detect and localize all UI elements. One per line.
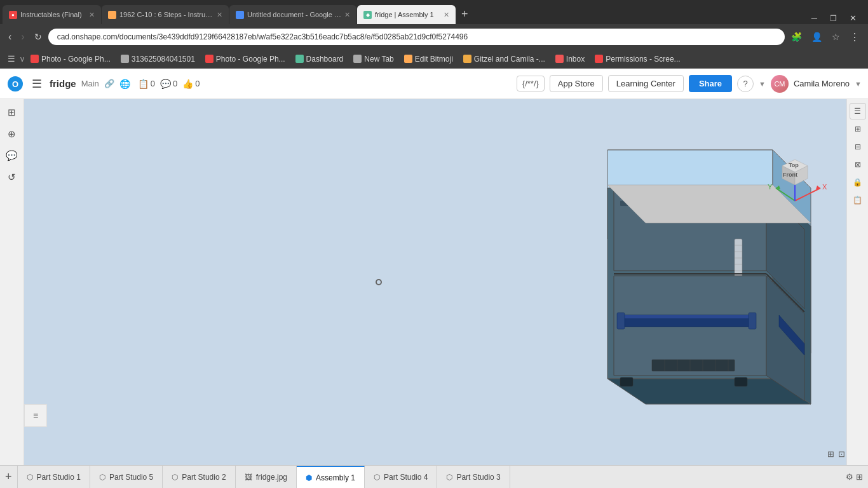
new-tab-button[interactable]: + bbox=[456, 8, 473, 21]
bookmarks-bar: ☰ v Photo - Google Ph... 313625084041501… bbox=[0, 50, 868, 69]
tab-title-2: 1962 C-10 : 6 Steps - Instructable... bbox=[119, 11, 214, 18]
tab-favicon-4: ◆ bbox=[363, 11, 372, 19]
orientation-widget[interactable]: X Y Z Top Front bbox=[760, 137, 830, 220]
user-name[interactable]: Camila Moreno bbox=[794, 79, 850, 88]
hamburger-menu[interactable]: ☰ bbox=[29, 76, 44, 92]
bookmark-8[interactable]: Inbox bbox=[552, 53, 588, 65]
sidebar-icon-history[interactable]: ↺ bbox=[3, 168, 22, 187]
bottom-right-icons: ⊞ ⊡ bbox=[827, 449, 845, 459]
right-panel-icons: ☰ ⊞ ⊟ ⊠ 🔒 📋 bbox=[846, 99, 868, 465]
tab-close-2[interactable]: ✕ bbox=[217, 11, 222, 19]
minimize-button[interactable]: ─ bbox=[805, 12, 824, 24]
bookmark-4[interactable]: Dashboard bbox=[292, 53, 348, 65]
bottom-left-panel: ≡ bbox=[24, 404, 47, 427]
browser-tab-2[interactable]: 1962 C-10 : 6 Steps - Instructable... ✕ bbox=[102, 5, 229, 24]
bottom-tab-asm1[interactable]: ⬢ Assembly 1 bbox=[297, 466, 365, 488]
reload-button[interactable]: ↻ bbox=[31, 30, 45, 43]
onshape-logo: O bbox=[6, 75, 24, 93]
address-input[interactable] bbox=[48, 29, 785, 45]
tab-add-button[interactable]: + bbox=[0, 466, 18, 488]
grid-icon-button[interactable]: ⊞ bbox=[827, 449, 834, 459]
svg-text:Top: Top bbox=[789, 162, 799, 168]
tab-title-1: Instructables (Final) bbox=[20, 11, 82, 18]
browser-tab-1[interactable]: ● Instructables (Final) ✕ bbox=[3, 5, 101, 24]
svg-rect-8 bbox=[620, 377, 633, 386]
doc-link-button[interactable]: 🔗 bbox=[104, 79, 114, 88]
bookmark-star[interactable]: ☆ bbox=[829, 30, 843, 43]
list-panel-button[interactable]: ≡ bbox=[33, 410, 38, 421]
bookmark-2[interactable]: 313625084041501 bbox=[117, 53, 199, 65]
tab-close-1[interactable]: ✕ bbox=[89, 11, 95, 19]
likes-counter: 👍 0 bbox=[182, 79, 200, 89]
sidebar-icon-comment[interactable]: 💬 bbox=[3, 146, 22, 165]
bottom-tab-ps1[interactable]: ⬡ Part Studio 1 bbox=[18, 466, 90, 488]
chrome-menu-button[interactable]: ⋮ bbox=[846, 30, 863, 44]
rp-properties-button[interactable]: ☰ bbox=[850, 103, 866, 119]
tab-fridge-jpg-icon: 🖼 bbox=[245, 473, 252, 482]
bottom-tab-ps4[interactable]: ⬡ Part Studio 4 bbox=[365, 466, 437, 488]
tab-settings-icon[interactable]: ⚙ bbox=[846, 472, 853, 482]
rp-view-button[interactable]: ⊟ bbox=[850, 139, 866, 155]
help-button[interactable]: ? bbox=[737, 76, 754, 92]
browser-tab-4[interactable]: ◆ fridge | Assembly 1 ✕ bbox=[357, 5, 456, 24]
viewport-center-dot bbox=[376, 279, 382, 285]
window-controls: ─ ❐ ✕ bbox=[803, 12, 865, 24]
bookmark-5[interactable]: New Tab bbox=[349, 53, 397, 65]
comments-counter: 💬 0 bbox=[160, 79, 177, 89]
tab-favicon-3 bbox=[236, 11, 244, 19]
rp-section-button[interactable]: ⊠ bbox=[850, 156, 866, 173]
display-icon-button[interactable]: ⊡ bbox=[838, 449, 845, 459]
learning-center-button[interactable]: Learning Center bbox=[608, 75, 684, 92]
viewport[interactable]: X Y Z Top Front bbox=[24, 99, 868, 465]
close-button[interactable]: ✕ bbox=[843, 12, 863, 24]
svg-line-37 bbox=[795, 188, 820, 201]
bookmark-6[interactable]: Edit Bitmoji bbox=[400, 53, 457, 65]
tab-ps4-icon: ⬡ bbox=[374, 473, 380, 482]
bookmark-1[interactable]: Photo - Google Ph... bbox=[27, 53, 114, 65]
profile-button[interactable]: 👤 bbox=[808, 30, 825, 43]
bookmark-9[interactable]: Permissions - Scree... bbox=[591, 53, 684, 65]
extensions-button[interactable]: 🧩 bbox=[788, 30, 805, 43]
rp-sketch-button[interactable]: ⊞ bbox=[850, 121, 866, 137]
tab-asm1-label: Assembly 1 bbox=[316, 473, 355, 482]
back-button[interactable]: ‹ bbox=[5, 30, 15, 44]
restore-button[interactable]: ❐ bbox=[824, 13, 843, 24]
docs-counter: 📋 0 bbox=[138, 79, 155, 89]
tab-close-4[interactable]: ✕ bbox=[444, 11, 449, 19]
forward-button[interactable]: › bbox=[18, 30, 27, 44]
browser-chrome: ● Instructables (Final) ✕ 1962 C-10 : 6 … bbox=[0, 0, 868, 488]
bookmark-3[interactable]: Photo - Google Ph... bbox=[201, 53, 289, 65]
svg-text:Front: Front bbox=[783, 172, 797, 178]
bottom-tab-ps3[interactable]: ⬡ Part Studio 3 bbox=[437, 466, 510, 488]
app-store-button[interactable]: App Store bbox=[550, 75, 603, 92]
app-header: O ☰ fridge Main 🔗 🌐 📋 0 💬 0 👍 0 {/**/} A… bbox=[0, 69, 868, 99]
bottom-tab-ps5[interactable]: ⬡ Part Studio 5 bbox=[90, 466, 163, 488]
tab-fridge-jpg-label: fridge.jpg bbox=[256, 473, 287, 482]
sidebar-icon-features[interactable]: ⊞ bbox=[3, 103, 22, 122]
share-button[interactable]: Share bbox=[689, 75, 732, 92]
docs-icon: 📋 bbox=[138, 79, 149, 89]
browser-tab-3[interactable]: Untitled document - Google Doc... ✕ bbox=[229, 5, 356, 24]
tab-expand-icon[interactable]: ⊞ bbox=[856, 472, 863, 482]
tab-title-3: Untitled document - Google Doc... bbox=[247, 11, 341, 18]
tab-ps3-icon: ⬡ bbox=[446, 473, 452, 482]
global-icon: 🌐 bbox=[119, 79, 130, 89]
bottom-tabs-bar: + ⬡ Part Studio 1 ⬡ Part Studio 5 ⬡ Part… bbox=[0, 465, 868, 488]
tab-ps2-label: Part Studio 2 bbox=[182, 473, 226, 482]
svg-rect-23 bbox=[617, 313, 625, 329]
custom-icon-button[interactable]: {/**/} bbox=[517, 76, 545, 92]
sidebar-toggle[interactable]: ☰ bbox=[5, 53, 18, 65]
sidebar-icon-add[interactable]: ⊕ bbox=[3, 125, 22, 144]
tab-asm1-icon: ⬢ bbox=[306, 473, 312, 482]
comments-icon: 💬 bbox=[160, 79, 171, 89]
tab-ps2-icon: ⬡ bbox=[172, 473, 178, 482]
bottom-tab-fridge-jpg[interactable]: 🖼 fridge.jpg bbox=[236, 466, 297, 488]
bottom-tab-ps2[interactable]: ⬡ Part Studio 2 bbox=[163, 466, 235, 488]
bookmark-7[interactable]: Gitzel and Camila -... bbox=[459, 53, 549, 65]
document-branch: Main bbox=[81, 79, 99, 88]
rp-doc-button[interactable]: 📋 bbox=[850, 192, 866, 208]
rp-settings-button[interactable]: 🔒 bbox=[850, 174, 866, 191]
tab-ps3-label: Part Studio 3 bbox=[456, 473, 500, 482]
onshape-logo-icon: O bbox=[6, 75, 24, 93]
tab-close-3[interactable]: ✕ bbox=[344, 11, 350, 19]
